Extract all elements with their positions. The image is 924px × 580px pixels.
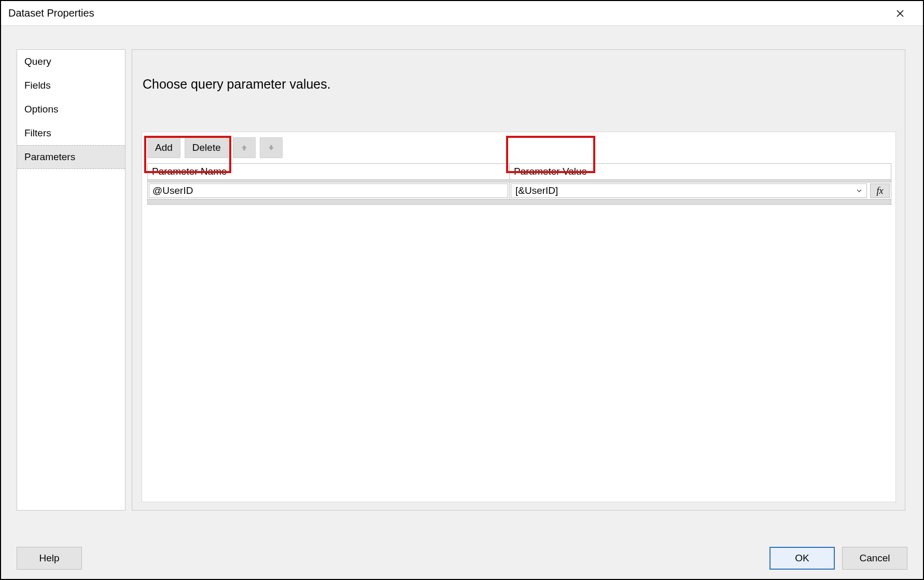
dialog-footer: Help OK Cancel (1, 537, 923, 579)
sidebar-item-label: Query (24, 56, 51, 67)
sidebar-item-fields[interactable]: Fields (17, 74, 125, 97)
grid-footer-strip (148, 199, 891, 204)
sidebar-item-query[interactable]: Query (17, 50, 125, 74)
inner-panel: Add Delete Parameter Name Parameter Valu… (142, 132, 896, 502)
sidebar-item-label: Options (24, 104, 58, 115)
column-header-name: Parameter Name (148, 164, 510, 179)
titlebar: Dataset Properties (1, 1, 923, 26)
table-row: [&UserID] fx (148, 182, 891, 199)
expression-button[interactable]: fx (870, 183, 890, 198)
fx-icon: fx (877, 186, 884, 196)
arrow-down-icon (268, 144, 275, 151)
sidebar-item-label: Filters (24, 128, 51, 138)
sidebar-item-filters[interactable]: Filters (17, 121, 125, 145)
grid-header: Parameter Name Parameter Value (148, 164, 891, 179)
sidebar-item-options[interactable]: Options (17, 97, 125, 121)
chevron-down-icon (856, 188, 862, 194)
sidebar-item-label: Fields (24, 80, 51, 91)
cancel-button-label: Cancel (859, 553, 890, 564)
parameter-name-input[interactable] (149, 183, 508, 198)
help-button[interactable]: Help (17, 547, 82, 570)
sidebar-item-label: Parameters (24, 151, 75, 162)
add-button[interactable]: Add (147, 137, 180, 158)
sidebar: Query Fields Options Filters Parameters (17, 49, 125, 511)
parameter-value-cell: [&UserID] fx (510, 182, 891, 199)
parameter-value-text: [&UserID] (515, 185, 558, 196)
add-button-label: Add (155, 142, 173, 153)
delete-button-label: Delete (192, 142, 221, 153)
column-header-value: Parameter Value (510, 164, 891, 179)
window-title: Dataset Properties (8, 7, 94, 19)
dialog-window: Dataset Properties Query Fields Options … (0, 0, 924, 580)
parameter-value-dropdown[interactable]: [&UserID] (511, 183, 867, 198)
cancel-button[interactable]: Cancel (842, 547, 907, 570)
parameters-grid: Parameter Name Parameter Value [&UserID] (147, 163, 891, 205)
close-button[interactable] (888, 1, 913, 26)
delete-button[interactable]: Delete (185, 137, 229, 158)
ok-button-label: OK (795, 553, 809, 564)
main-panel: Choose query parameter values. Add Delet… (132, 49, 905, 511)
move-down-button[interactable] (260, 137, 283, 158)
help-button-label: Help (39, 553, 59, 564)
dialog-content: Query Fields Options Filters Parameters … (1, 26, 923, 579)
parameters-toolbar: Add Delete (142, 132, 895, 163)
move-up-button[interactable] (233, 137, 256, 158)
ok-button[interactable]: OK (769, 547, 835, 570)
sidebar-item-parameters[interactable]: Parameters (17, 145, 125, 169)
close-icon (897, 10, 904, 17)
panel-heading: Choose query parameter values. (132, 50, 905, 107)
parameter-name-cell (148, 182, 510, 199)
arrow-up-icon (241, 144, 248, 151)
